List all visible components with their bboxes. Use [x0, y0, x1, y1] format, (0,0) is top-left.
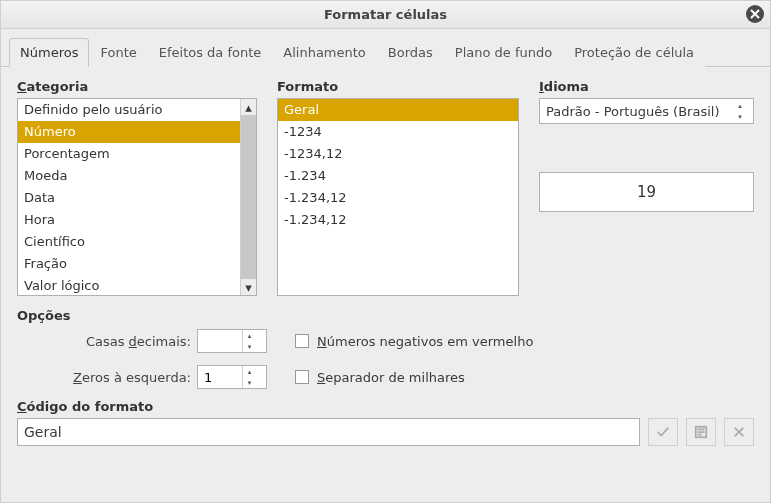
scroll-down-icon[interactable]: ▾	[241, 279, 257, 295]
format-code-input[interactable]: Geral	[17, 418, 640, 446]
tab-background[interactable]: Plano de fundo	[444, 38, 563, 67]
delete-code-button[interactable]	[724, 418, 754, 446]
scroll-track[interactable]	[241, 115, 257, 279]
tab-font[interactable]: Fonte	[89, 38, 147, 67]
format-cells-dialog: Formatar células Números Fonte Efeitos d…	[0, 0, 771, 503]
note-icon	[694, 425, 708, 439]
tab-numbers[interactable]: Números	[9, 38, 89, 67]
decimals-label: Casas decimais:	[37, 334, 197, 349]
chevron-up-icon: ▴	[733, 100, 747, 111]
language-label: Idioma	[539, 79, 754, 94]
tab-alignment[interactable]: Alinhamento	[272, 38, 377, 67]
list-item[interactable]: Hora	[18, 209, 256, 231]
check-icon	[656, 425, 670, 439]
options-label: Opções	[17, 308, 754, 323]
list-item[interactable]: -1.234,12	[278, 187, 518, 209]
language-column: Idioma Padrão - Português (Brasil) ▴ ▾ 1…	[539, 79, 754, 296]
thousands-separator-checkbox[interactable]: Separador de milhares	[295, 370, 754, 385]
options-grid: Casas decimais: ▴ ▾ Números negativos em…	[17, 329, 754, 389]
list-item[interactable]: Moeda	[18, 165, 256, 187]
list-item[interactable]: -1.234	[278, 165, 518, 187]
list-item[interactable]: Definido pelo usuário	[18, 99, 256, 121]
scrollbar[interactable]: ▴ ▾	[240, 99, 256, 295]
checkbox-box	[295, 334, 309, 348]
list-item[interactable]: Fração	[18, 253, 256, 275]
negative-red-label: Números negativos em vermelho	[317, 334, 533, 349]
thousands-label: Separador de milhares	[317, 370, 465, 385]
chevron-down-icon: ▾	[733, 111, 747, 122]
leading-zeros-input[interactable]	[202, 369, 242, 386]
list-item[interactable]: -1.234,12	[278, 209, 518, 231]
decimals-spinbox[interactable]: ▴ ▾	[197, 329, 267, 353]
list-item[interactable]: Geral	[278, 99, 518, 121]
scroll-up-icon[interactable]: ▴	[241, 99, 257, 115]
list-item[interactable]: Número	[18, 121, 256, 143]
tab-borders[interactable]: Bordas	[377, 38, 444, 67]
preview-value: 19	[637, 183, 656, 201]
leading-zeros-label: Zeros à esquerda:	[37, 370, 197, 385]
tab-cell-protection[interactable]: Proteção de célula	[563, 38, 705, 67]
x-icon	[732, 425, 746, 439]
list-item[interactable]: -1234	[278, 121, 518, 143]
list-item[interactable]: Valor lógico	[18, 275, 256, 296]
titlebar: Formatar células	[1, 1, 770, 29]
decimals-input[interactable]	[202, 333, 242, 350]
format-listbox[interactable]: Geral-1234-1234,12-1.234-1.234,12-1.234,…	[277, 98, 519, 296]
format-label: Formato	[277, 79, 519, 94]
options-section: Opções Casas decimais: ▴ ▾ Números negat…	[17, 308, 754, 389]
format-column: Formato Geral-1234-1234,12-1.234-1.234,1…	[277, 79, 519, 296]
format-code-section: Código do formato Geral	[17, 399, 754, 446]
chevron-up-icon: ▴	[243, 330, 256, 341]
category-listbox[interactable]: Definido pelo usuárioNúmeroPorcentagemMo…	[17, 98, 257, 296]
window-title: Formatar células	[324, 7, 447, 22]
tab-content-numbers: Categoria Definido pelo usuárioNúmeroPor…	[1, 67, 770, 502]
category-label: Categoria	[17, 79, 257, 94]
apply-code-button[interactable]	[648, 418, 678, 446]
format-code-label: Código do formato	[17, 399, 754, 414]
format-code-row: Geral	[17, 418, 754, 446]
chevron-up-icon: ▴	[243, 366, 256, 377]
top-row: Categoria Definido pelo usuárioNúmeroPor…	[17, 79, 754, 296]
list-item[interactable]: Data	[18, 187, 256, 209]
leading-zeros-spinbox[interactable]: ▴ ▾	[197, 365, 267, 389]
decimals-stepper[interactable]: ▴ ▾	[242, 330, 256, 352]
tabs-bar: Números Fonte Efeitos da fonte Alinhamen…	[1, 29, 770, 67]
checkbox-box	[295, 370, 309, 384]
chevron-down-icon: ▾	[243, 341, 256, 352]
close-icon	[750, 9, 760, 19]
format-code-value: Geral	[24, 424, 62, 440]
language-select[interactable]: Padrão - Português (Brasil) ▴ ▾	[539, 98, 754, 124]
category-column: Categoria Definido pelo usuárioNúmeroPor…	[17, 79, 257, 296]
leading-zeros-stepper[interactable]: ▴ ▾	[242, 366, 256, 388]
edit-comment-button[interactable]	[686, 418, 716, 446]
language-spinner[interactable]: ▴ ▾	[733, 100, 747, 122]
list-item[interactable]: Porcentagem	[18, 143, 256, 165]
close-button[interactable]	[746, 5, 764, 23]
negative-red-checkbox[interactable]: Números negativos em vermelho	[295, 334, 754, 349]
list-item[interactable]: -1234,12	[278, 143, 518, 165]
preview-box: 19	[539, 172, 754, 212]
chevron-down-icon: ▾	[243, 377, 256, 388]
language-value: Padrão - Português (Brasil)	[546, 104, 719, 119]
tab-font-effects[interactable]: Efeitos da fonte	[148, 38, 273, 67]
list-item[interactable]: Científico	[18, 231, 256, 253]
